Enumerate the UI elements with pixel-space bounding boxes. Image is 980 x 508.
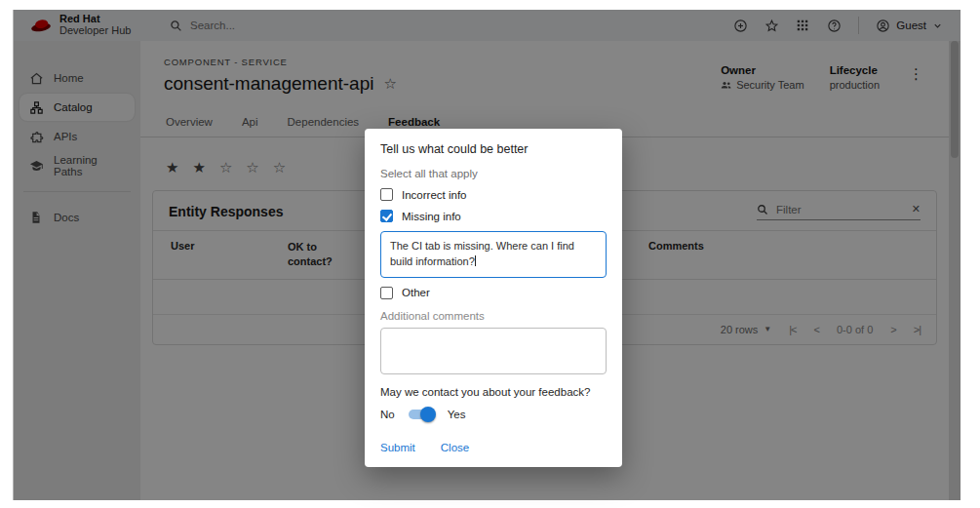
submit-button[interactable]: Submit [380,442,415,453]
incorrect-info-checkbox[interactable] [380,188,393,201]
toggle-off-label: No [380,409,395,420]
close-button[interactable]: Close [441,442,469,453]
feedback-modal: Tell us what could be better Select all … [365,129,622,467]
contact-toggle[interactable] [407,407,436,422]
missing-info-checkbox[interactable] [380,210,393,222]
checkbox-row-other[interactable]: Other [380,287,607,299]
additional-comments-label: Additional comments [380,310,607,322]
other-checkbox[interactable] [380,287,393,299]
app-window: Red Hat Developer Hub Search... [13,10,960,500]
text-cursor [475,255,476,266]
contact-question: May we contact you about your feedback? [380,386,607,398]
modal-title: Tell us what could be better [380,142,607,156]
modal-subtitle: Select all that apply [380,168,607,179]
checkbox-row-missing-info[interactable]: Missing info [380,210,607,222]
toggle-on-label: Yes [448,409,466,420]
additional-comments-textarea[interactable] [380,328,607,374]
feedback-textarea[interactable]: The CI tab is missing. Where can I find … [380,231,607,278]
checkbox-row-incorrect-info[interactable]: Incorrect info [380,188,607,201]
